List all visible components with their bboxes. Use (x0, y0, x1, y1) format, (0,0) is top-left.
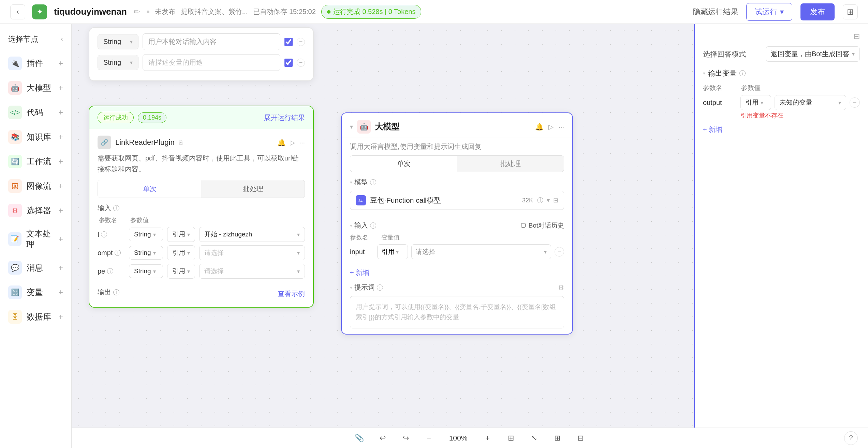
prompt-section: ▾ 提示词 i ⚙ 用户提示词，可以使用{{变量名}}、{{变量名.子变量名}}… (342, 283, 572, 334)
llm-var-remove-1[interactable]: − (555, 247, 564, 257)
layout-button[interactable]: ⊟ (573, 431, 588, 446)
sidebar-toggle[interactable]: ‹ (61, 35, 63, 44)
variable-add-icon[interactable]: + (58, 288, 63, 297)
output-var-ref-select-1[interactable]: 引用 ▾ (740, 95, 771, 110)
text-add-icon[interactable]: + (58, 234, 63, 244)
variable-icon: 🔠 (8, 285, 22, 299)
var-checkbox-2[interactable] (284, 59, 293, 67)
input-ref-2[interactable]: 引用 ▾ (167, 245, 195, 260)
plugin-more-icon[interactable]: ··· (299, 139, 305, 146)
output-add-new-button[interactable]: + 新增 (703, 125, 860, 134)
sidebar-item-message[interactable]: 💬 消息 + (0, 256, 71, 280)
sidebar-item-plugin[interactable]: 🔌 插件 + (0, 51, 71, 76)
plugin-add-icon[interactable]: + (58, 59, 63, 68)
llm-tab-single[interactable]: 单次 (350, 156, 457, 172)
plugin-copy-icon[interactable]: ⎘ (179, 139, 182, 146)
image-add-icon[interactable]: + (58, 181, 63, 191)
sidebar-item-workflow[interactable]: 🔄 工作流 + (0, 149, 71, 174)
model-info-btn[interactable]: ⓘ (537, 196, 543, 204)
edit-title-icon[interactable]: ✏ (134, 7, 140, 16)
output-var-val-select-1[interactable]: 未知的变量 ▾ (775, 95, 846, 110)
var-checkbox-1[interactable] (284, 38, 293, 46)
llm-more-icon[interactable]: ··· (558, 123, 564, 131)
trial-chevron: ▾ (780, 7, 784, 16)
bot-history-check[interactable]: Bot对话历史 (521, 221, 564, 230)
auto-save: 已自动保存 15:25:02 (253, 7, 315, 16)
message-add-icon[interactable]: + (58, 263, 63, 273)
input-type-1[interactable]: String ▾ (129, 228, 163, 241)
extra-icon-button[interactable]: ⊞ (843, 4, 858, 19)
var-type-select-2[interactable]: String ▾ (98, 55, 138, 70)
undo-button[interactable]: ↩ (375, 431, 390, 446)
code-add-icon[interactable]: + (58, 108, 63, 117)
llm-play-icon[interactable]: ▷ (548, 123, 554, 131)
llm-var-ref-1[interactable]: 引用 ▾ (377, 244, 408, 259)
back-button[interactable]: ‹ (10, 4, 25, 19)
tab-batch[interactable]: 批处理 (201, 180, 305, 198)
zoom-out-button[interactable]: − (422, 431, 437, 446)
grid-button[interactable]: ⊞ (550, 431, 565, 446)
input-val-1[interactable]: 开始 - zizhugezh ▾ (199, 227, 305, 242)
var-type-select-1[interactable]: String ▾ (98, 34, 138, 49)
sidebar-item-variable[interactable]: 🔠 变量 + (0, 280, 71, 305)
message-label: 消息 (27, 262, 43, 273)
workflow-add-icon[interactable]: + (58, 157, 63, 166)
right-panel-settings-icon[interactable]: ⊟ (854, 32, 860, 41)
prompt-settings-icon[interactable]: ⚙ (558, 283, 564, 292)
attach-button[interactable]: 📎 (352, 431, 367, 446)
prompt-textarea[interactable]: 用户提示词，可以使用{{变量名}}、{{变量名.子变量名}}、{{变量名[数组索… (350, 296, 564, 328)
canvas: String ▾ 用户本轮对话输入内容 − String ▾ 请描述变量的用途 … (72, 24, 868, 428)
fit-screen-button[interactable]: ⊞ (503, 431, 518, 446)
output-var-remove-1[interactable]: − (850, 97, 860, 108)
tab-single[interactable]: 单次 (98, 180, 201, 198)
model-chevron-btn[interactable]: ▾ (547, 197, 550, 204)
var-input-2[interactable]: 请描述变量的用途 (143, 54, 280, 71)
llm-tab-batch[interactable]: 批处理 (457, 156, 564, 172)
canvas-bg[interactable]: String ▾ 用户本轮对话输入内容 − String ▾ 请描述变量的用途 … (72, 24, 868, 428)
help-button[interactable]: ? (844, 431, 858, 445)
selector-add-icon[interactable]: + (58, 206, 63, 215)
sidebar-item-image[interactable]: 🖼 图像流 + (0, 174, 71, 198)
plugin-bell-icon[interactable]: 🔔 (277, 138, 286, 146)
sidebar-item-text[interactable]: 📝 文本处理 + (0, 223, 71, 256)
sidebar-item-database[interactable]: 🗄 数据库 + (0, 305, 71, 329)
llm-bell-icon[interactable]: 🔔 (535, 123, 544, 131)
knowledge-add-icon[interactable]: + (58, 132, 63, 142)
llm-input-section: ▾ 输入 i Bot对话历史 参数名 变量值 input (342, 221, 572, 268)
trial-run-button[interactable]: 试运行 ▾ (746, 3, 792, 21)
sidebar-item-selector[interactable]: ⚙ 选择器 + (0, 198, 71, 223)
input-val-3[interactable]: 请选择 ▾ (199, 264, 305, 279)
answer-mode-select[interactable]: 返回变量，由Bot生成回答 ▾ (766, 46, 860, 62)
sidebar-item-knowledge[interactable]: 📚 知识库 + (0, 125, 71, 149)
input-val-2[interactable]: 请选择 ▾ (199, 245, 305, 260)
expand-results-button[interactable]: 展开运行结果 (264, 113, 305, 122)
var-remove-2[interactable]: − (297, 59, 305, 67)
input-ref-1[interactable]: 引用 ▾ (167, 227, 195, 242)
llm-var-val-1[interactable]: 请选择 ▾ (411, 244, 551, 259)
llm-add-var-button[interactable]: + 新增 (342, 268, 572, 283)
sidebar-item-code[interactable]: </> 代码 + (0, 100, 71, 125)
output-var-error-1: 引用变量不存在 (703, 111, 860, 120)
llm-add-icon[interactable]: + (58, 83, 63, 93)
bot-history-checkbox-input[interactable] (521, 223, 526, 228)
output-vars-title: ▾ 输出变量 i (703, 68, 860, 78)
output-var-header: 参数名 参数值 (703, 83, 860, 92)
redo-button[interactable]: ↪ (398, 431, 413, 446)
database-add-icon[interactable]: + (58, 312, 63, 322)
sidebar-item-llm[interactable]: 🤖 大模型 + (0, 76, 71, 100)
llm-var-name-1: input (350, 248, 374, 256)
zoom-in-button[interactable]: + (480, 431, 495, 446)
input-ref-3[interactable]: 引用 ▾ (167, 264, 195, 279)
input-type-2[interactable]: String ▾ (129, 246, 163, 260)
expand-button[interactable]: ⤡ (527, 431, 542, 446)
view-example-button[interactable]: 查看示例 (278, 289, 305, 298)
answer-mode-label: 选择回答模式 (703, 49, 746, 59)
text-label: 文本处理 (26, 228, 58, 250)
var-remove-1[interactable]: − (297, 38, 305, 46)
plugin-play-icon[interactable]: ▷ (290, 138, 295, 146)
time-badge: 0.194s (138, 112, 166, 123)
input-type-3[interactable]: String ▾ (129, 264, 163, 278)
publish-button[interactable]: 发布 (800, 3, 835, 20)
hide-results-button[interactable]: 隐藏运行结果 (693, 7, 738, 17)
model-settings-btn[interactable]: ⊟ (553, 197, 558, 204)
